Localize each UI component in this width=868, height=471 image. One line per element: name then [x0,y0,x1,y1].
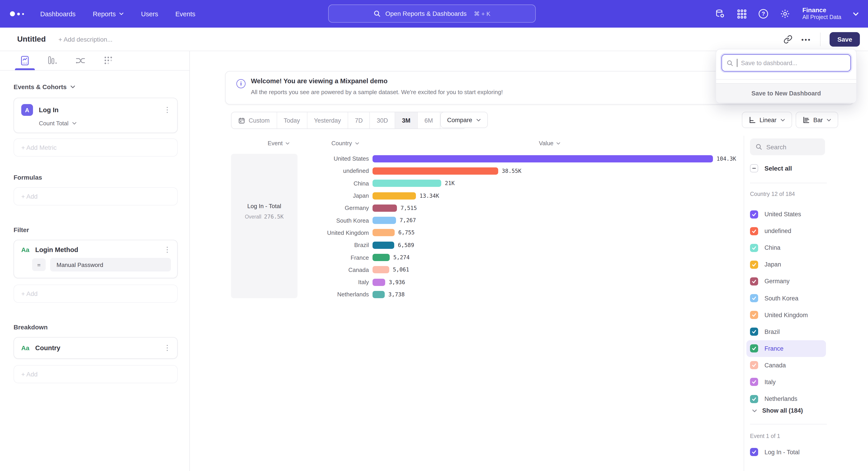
chevron-down-icon[interactable] [852,11,859,17]
country-checkbox[interactable] [750,378,758,386]
save-button[interactable]: Save [830,32,860,47]
bar[interactable] [373,192,416,199]
metric-aggregation[interactable]: Count Total [39,120,171,127]
chart-type-dropdown[interactable]: Bar [796,112,838,128]
range-6m[interactable]: 6M [418,112,440,128]
save-to-new-dashboard-button[interactable]: Save to New Dashboard [716,83,856,103]
country-checkbox[interactable] [750,328,758,336]
add-breakdown-button[interactable]: + Add [13,365,178,383]
event-checkbox[interactable] [750,448,758,456]
metric-event-name[interactable]: Log In [39,106,59,114]
column-header-event[interactable]: Event [268,140,290,147]
help-icon[interactable]: ? [758,8,769,19]
add-metric-button[interactable]: + Add Metric [13,139,178,156]
bar[interactable] [373,205,397,212]
mixpanel-logo-icon[interactable] [10,11,24,16]
range-7d[interactable]: 7D [348,112,370,128]
kebab-menu-icon[interactable]: ⋮ [164,106,171,114]
add-formula-button[interactable]: + Add [13,187,178,205]
filter-card-login-method[interactable]: Aa Login Method ⋮ = Manual Password [13,240,178,278]
copy-link-icon[interactable] [783,35,792,44]
bar[interactable] [373,278,385,286]
country-filter-row[interactable]: China [746,239,826,256]
country-checkbox[interactable] [750,311,758,319]
country-filter-row[interactable]: Netherlands [746,390,826,407]
segment-search-input[interactable]: Search [750,139,825,155]
bar[interactable] [373,291,385,298]
bar[interactable] [373,241,394,248]
country-checkbox[interactable] [750,345,758,353]
show-all-toggle[interactable]: Show all (184) [752,407,803,414]
country-checkbox[interactable] [750,294,758,302]
range-yesterday[interactable]: Yesterday [307,112,348,128]
country-checkbox[interactable] [750,210,758,218]
add-filter-button[interactable]: + Add [13,285,178,303]
range-today[interactable]: Today [277,112,307,128]
country-filter-row[interactable]: France [746,340,826,357]
bar[interactable] [373,155,713,162]
breakdown-card-country[interactable]: Aa Country ⋮ [13,337,178,359]
chart-row: China21K [190,177,741,189]
select-all-checkbox[interactable] [750,164,758,172]
bar[interactable] [373,266,389,273]
country-filter-row[interactable]: undefined [746,223,826,239]
bar[interactable] [373,180,441,187]
bar-value-label: 5,061 [393,267,409,273]
country-filter-row[interactable]: United Kingdom [746,306,826,323]
tab-retention[interactable] [103,51,114,70]
add-description-placeholder[interactable]: + Add description... [59,35,113,43]
bar[interactable] [373,168,498,175]
column-header-country[interactable]: Country [331,140,359,147]
country-filter-row[interactable]: Brazil [746,323,826,340]
global-search-bar[interactable]: Open Reports & Dashboards ⌘ + K [328,4,536,23]
bar-category-label: Netherlands [298,291,369,298]
select-all-row[interactable]: Select all [750,164,792,172]
nav-item-dashboards[interactable]: Dashboards [40,10,75,18]
country-checkbox[interactable] [750,261,758,269]
bar-value-label: 21K [445,180,455,186]
apps-grid-icon[interactable] [737,9,747,19]
bar[interactable] [373,254,390,261]
country-filter-row[interactable]: United States [746,206,826,223]
filter-property-name[interactable]: Login Method [35,246,78,254]
tab-insights[interactable] [20,51,30,70]
filter-operator[interactable]: = [32,258,46,271]
country-filter-row[interactable]: Italy [746,374,826,390]
y-scale-dropdown[interactable]: Linear [742,112,792,128]
project-switcher[interactable]: Finance All Project Data [802,6,841,21]
nav-item-users[interactable]: Users [141,10,158,18]
country-checkbox[interactable] [750,277,758,286]
search-icon [374,10,381,17]
range-3m[interactable]: 3M [395,112,418,128]
filter-value[interactable]: Manual Password [50,258,171,271]
country-filter-row[interactable]: Germany [746,273,826,290]
range-custom[interactable]: Custom [231,112,277,128]
settings-gear-icon[interactable] [780,8,790,19]
country-filter-row[interactable]: South Korea [746,290,826,306]
compare-button[interactable]: Compare [440,112,488,128]
metric-card-log-in[interactable]: A Log In ⋮ Count Total [13,98,178,133]
country-checkbox[interactable] [750,395,758,403]
column-header-value[interactable]: Value [539,140,561,147]
bar[interactable] [373,229,395,236]
breakdown-property-name[interactable]: Country [35,344,60,352]
country-filter-row[interactable]: Canada [746,357,826,374]
country-checkbox[interactable] [750,227,758,235]
more-actions-icon[interactable]: ••• [801,35,811,43]
nav-item-events[interactable]: Events [176,10,195,18]
save-dashboard-search-input[interactable]: Save to dashboard... [721,54,851,71]
country-checkbox[interactable] [750,244,758,252]
tab-funnels[interactable] [48,51,57,70]
country-filter-row[interactable]: Japan [746,256,826,273]
bar[interactable] [373,217,396,224]
data-management-icon[interactable] [715,8,725,19]
event-filter-row[interactable]: Log In - Total [750,448,800,456]
events-cohorts-header[interactable]: Events & Cohorts [13,83,178,90]
kebab-menu-icon[interactable]: ⋮ [164,246,171,254]
tab-flows[interactable] [75,51,86,70]
country-checkbox[interactable] [750,361,758,370]
kebab-menu-icon[interactable]: ⋮ [164,344,171,352]
nav-item-reports[interactable]: Reports [93,10,124,18]
range-30d[interactable]: 30D [370,112,395,128]
report-title[interactable]: Untitled [17,35,46,44]
